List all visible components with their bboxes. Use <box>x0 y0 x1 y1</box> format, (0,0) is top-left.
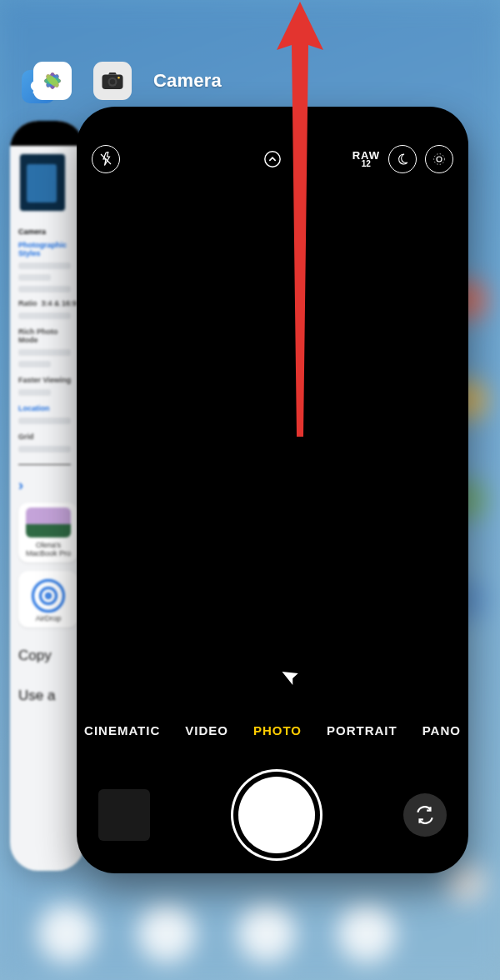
device-name: Olena's <box>23 541 73 549</box>
section-link[interactable]: Location <box>18 404 77 412</box>
last-photo-thumbnail[interactable] <box>98 789 150 841</box>
flash-toggle-button[interactable] <box>92 145 120 173</box>
live-photo-button[interactable] <box>425 145 453 173</box>
camera-top-toolbar: RAW 12 <box>77 138 468 180</box>
share-action-copy[interactable]: Copy <box>18 636 77 676</box>
photos-app-icon[interactable] <box>33 62 72 100</box>
airdrop-label: AirDrop <box>23 614 73 622</box>
shutter-button[interactable] <box>238 777 315 853</box>
share-action-use[interactable]: Use a <box>18 676 77 716</box>
chevron-right-icon: › <box>18 477 23 493</box>
share-target-macbook[interactable]: Olena's MacBook Pro <box>18 502 78 562</box>
section-label: Rich Photo Mode <box>18 328 77 344</box>
moon-icon <box>396 152 409 166</box>
photos-flower-icon <box>38 67 67 95</box>
mode-pano[interactable]: PANO <box>422 723 461 738</box>
wallpaper-thumbnail <box>18 152 67 212</box>
camera-glyph-icon <box>100 68 125 93</box>
camera-app-icon[interactable] <box>93 62 132 100</box>
camera-options-expand-button[interactable] <box>258 145 287 173</box>
raw-sub-label: 12 <box>352 160 380 168</box>
camera-mode-strip[interactable]: CINEMATIC VIDEO PHOTO PORTRAIT PANO <box>77 723 468 738</box>
ratio-label: Ratio <box>18 299 38 308</box>
mode-video[interactable]: VIDEO <box>185 723 228 738</box>
raw-toggle-button[interactable]: RAW 12 <box>352 151 380 168</box>
live-photo-icon <box>432 152 447 167</box>
flash-off-icon <box>98 152 113 167</box>
mode-cinematic[interactable]: CINEMATIC <box>84 723 160 738</box>
camera-bottom-bar <box>77 765 468 865</box>
mode-photo[interactable]: PHOTO <box>253 723 302 738</box>
app-switcher-header: Camera <box>33 62 222 100</box>
camera-app-card[interactable]: RAW 12 CINEMATIC VIDEO PHOTO PORTRAIT PA… <box>77 107 468 873</box>
share-target-airdrop[interactable]: AirDrop <box>18 571 78 628</box>
svg-point-10 <box>110 79 116 85</box>
svg-point-15 <box>434 154 445 165</box>
night-mode-button[interactable] <box>388 145 417 173</box>
settings-heading: Camera <box>18 228 77 236</box>
app-switcher-title: Camera <box>153 70 222 92</box>
svg-point-14 <box>437 157 442 162</box>
section-label: Faster Viewing <box>18 376 77 384</box>
svg-point-11 <box>118 77 120 79</box>
mode-portrait[interactable]: PORTRAIT <box>327 723 398 738</box>
macbook-wallpaper-icon <box>26 508 71 538</box>
section-link[interactable]: Photographic Styles <box>18 241 77 258</box>
device-sub: MacBook Pro <box>23 549 73 558</box>
cursor-icon <box>278 663 308 694</box>
switch-camera-icon <box>414 804 436 826</box>
background-app-card[interactable]: Camera Photographic Styles Ratio 3:4 & 1… <box>10 121 85 871</box>
chevron-up-icon <box>263 150 282 168</box>
airdrop-icon <box>32 579 65 612</box>
svg-point-13 <box>265 152 280 167</box>
switch-camera-button[interactable] <box>403 793 447 837</box>
section-label: Grid <box>18 432 77 441</box>
ratio-value: 3:4 & 16:9 <box>41 299 77 308</box>
